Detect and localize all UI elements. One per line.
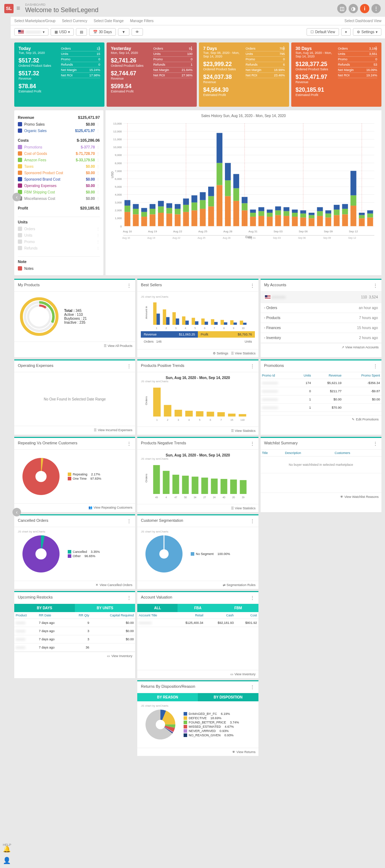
kpi-menu-icon[interactable]: ⋮ <box>281 45 286 51</box>
svg-text:Aug 25: Aug 25 <box>198 230 207 233</box>
widget-menu-icon[interactable]: ⋮ <box>373 283 378 288</box>
kpi-menu-icon[interactable]: ⋮ <box>374 45 379 51</box>
currency-selector[interactable]: ▦ USD ▾ <box>51 28 74 36</box>
widget-menu-icon[interactable]: ⋮ <box>250 684 255 690</box>
account-status-row[interactable]: ▫ Ordersan hour ago <box>261 303 381 313</box>
svg-rect-176 <box>230 320 233 325</box>
svg-rect-89 <box>267 213 272 217</box>
widget-menu-icon[interactable]: ⋮ <box>127 595 132 601</box>
settings-button[interactable]: ⚙ Settings ▾ <box>353 28 381 36</box>
widget-menu-icon[interactable]: ⋮ <box>373 441 378 446</box>
view-toggle[interactable]: 👁 <box>132 28 143 36</box>
bookmark-icon[interactable]: ◫ <box>337 4 346 13</box>
widget-menu-icon[interactable]: ⋮ <box>127 441 132 446</box>
view-inventory-2[interactable]: ▭ View Inventory <box>230 672 256 676</box>
widget-nav-left[interactable]: ‹ <box>12 508 21 516</box>
svg-text:39: 39 <box>242 496 245 499</box>
svg-rect-114 <box>325 210 331 213</box>
positive-trends-stats[interactable]: ☰ View Statistics <box>231 429 256 433</box>
svg-rect-76 <box>233 174 239 188</box>
widget-positive-trends: Products Positive Trends⋮ Sun, Aug 16, 2… <box>137 359 258 435</box>
widget-menu-icon[interactable]: ⋮ <box>250 283 255 288</box>
tab-by-reason[interactable]: BY REASON <box>137 693 198 701</box>
account-status-row[interactable]: ▫ Finances15 hours ago <box>261 323 381 333</box>
svg-rect-162 <box>185 321 189 325</box>
tab-fba[interactable]: FBA <box>178 604 218 612</box>
widget-menu-icon[interactable]: ⋮ <box>250 363 255 369</box>
svg-text:Aug 25: Aug 25 <box>197 237 205 239</box>
svg-text:110: 110 <box>241 419 245 421</box>
app-logo[interactable]: SL <box>4 4 14 13</box>
account-status-row[interactable]: ▫ Products7 hours ago <box>261 313 381 323</box>
svg-rect-110 <box>317 211 323 216</box>
tab-by-disposition[interactable]: BY DISPOSITION <box>198 693 258 701</box>
svg-rect-113 <box>325 213 331 217</box>
view-repeating-customers[interactable]: 👥 View Repeating Customers <box>88 506 132 509</box>
widget-menu-icon[interactable]: ⋮ <box>250 441 255 446</box>
marketplace-selector[interactable]: xxxxxxxxx ▾ <box>14 28 48 36</box>
svg-rect-161 <box>182 316 185 325</box>
svg-rect-214 <box>201 478 208 494</box>
daterange-selector[interactable]: 📅 30 Days <box>89 28 116 36</box>
view-inventory[interactable]: ▭ View Inventory <box>107 654 132 658</box>
tab-all[interactable]: ALL <box>137 604 178 612</box>
svg-text:27: 27 <box>204 496 206 499</box>
clock-icon[interactable]: ◑ <box>349 4 358 13</box>
svg-point-203 <box>35 471 46 482</box>
widget-menu-icon[interactable]: ⋮ <box>373 363 378 369</box>
svg-text:1,000: 1,000 <box>115 217 122 220</box>
svg-rect-51 <box>175 204 180 209</box>
svg-text:Aug 19: Aug 19 <box>147 237 155 239</box>
tab-by-days[interactable]: BY DAYS <box>14 604 75 612</box>
menu-icon[interactable]: ≡ <box>16 5 20 12</box>
best-sellers-stats[interactable]: ☰ View Statistics <box>231 352 256 355</box>
svg-rect-43 <box>158 213 164 226</box>
svg-rect-130 <box>367 217 373 226</box>
svg-text:10,000: 10,000 <box>113 146 122 149</box>
widget-menu-icon[interactable]: ⋮ <box>127 363 132 369</box>
svg-point-226 <box>35 548 46 559</box>
svg-text:50: 50 <box>184 496 187 499</box>
svg-rect-177 <box>233 323 237 325</box>
view-cancelled-orders[interactable]: ✕ View Cancelled Orders <box>96 583 132 587</box>
widget-watchlist: Watchlist Summary⋮ TitleDescriptionCusto… <box>261 437 381 512</box>
svg-text:4,000: 4,000 <box>115 193 122 196</box>
view-returns[interactable]: 👁 View Returns <box>232 750 255 754</box>
widget-repeating-customers: Repeating Vs Onetime Customers⋮ Repeatin… <box>14 437 135 512</box>
tab-by-units[interactable]: BY UNITS <box>75 604 135 612</box>
account-status-row[interactable]: ▫ Inventory2 hours ago <box>261 333 381 343</box>
default-view-button[interactable]: ☐ Default View <box>307 28 339 36</box>
more-icon[interactable]: ⋮ <box>371 4 381 13</box>
view-amazon-accounts[interactable]: ↗ View Amazon Accounts <box>342 345 379 349</box>
view-incurred-expenses[interactable]: ☰ View Incurred Expenses <box>94 428 132 432</box>
negative-trends-stats[interactable]: ☰ View Statistics <box>231 506 256 510</box>
svg-rect-183 <box>153 388 161 417</box>
svg-text:Aug 16: Aug 16 <box>123 230 132 233</box>
svg-text:8,000: 8,000 <box>115 162 122 165</box>
kpi-menu-icon[interactable]: ⋮ <box>97 45 102 51</box>
widget-menu-icon[interactable]: ⋮ <box>250 595 255 601</box>
tab-fbm[interactable]: FBM <box>218 604 258 612</box>
info-icon[interactable]: i <box>360 4 369 13</box>
widget-menu-icon[interactable]: ⋮ <box>127 518 132 524</box>
best-sellers-settings[interactable]: ⚙ Settings <box>213 352 229 355</box>
edit-promotions[interactable]: ✎ Edit Promotions <box>352 418 379 421</box>
segmentation-rules[interactable]: ⇄ Segmentation Rules <box>223 583 256 587</box>
svg-rect-69 <box>216 133 222 163</box>
svg-rect-173 <box>221 320 224 325</box>
svg-rect-58 <box>191 202 197 210</box>
widget-cancelled-orders: Cancelled Orders⋮ JS chart by amCharts C… <box>14 514 135 589</box>
view-watchlist-reasons[interactable]: 👁 View Watchlist Reasons <box>340 495 379 499</box>
filter-button[interactable]: ▼ <box>118 28 129 36</box>
svg-text:USD: USD <box>111 171 114 178</box>
grid-toggle[interactable]: ▤ <box>76 28 87 36</box>
svg-text:Orders: Orders <box>145 474 148 482</box>
view-all-products-link[interactable]: ☰ View All Products <box>104 344 132 348</box>
default-view-dropdown[interactable]: ▾ <box>341 28 351 36</box>
widget-menu-icon[interactable]: ⋮ <box>250 518 255 524</box>
svg-rect-168 <box>205 322 208 325</box>
panel-nav-left[interactable]: ‹ <box>12 193 21 201</box>
widget-menu-icon[interactable]: ⋮ <box>127 283 132 288</box>
svg-rect-36 <box>141 217 147 226</box>
kpi-menu-icon[interactable]: ⋮ <box>189 45 194 51</box>
